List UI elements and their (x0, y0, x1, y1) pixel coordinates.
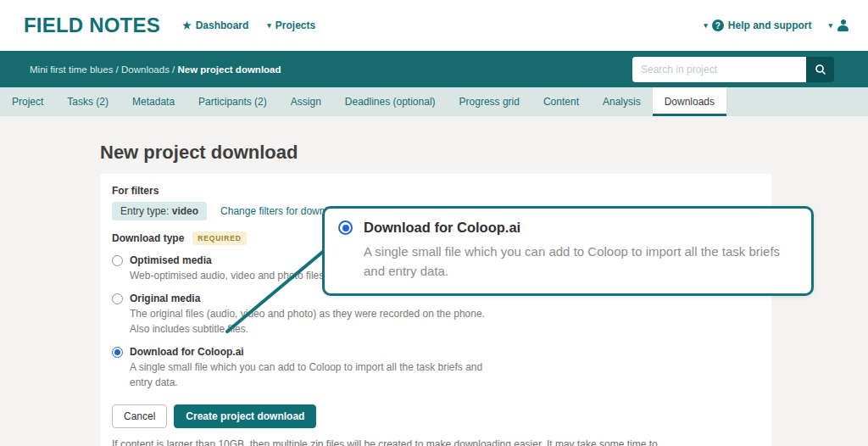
breadcrumb[interactable]: Mini first time blues / Downloads / New … (30, 64, 281, 75)
help-icon: ? (712, 20, 724, 31)
app-logo[interactable]: FIELD NOTES (24, 14, 160, 37)
tab-analysis[interactable]: Analysis (591, 87, 653, 116)
nav-projects[interactable]: ▾ Projects (267, 20, 315, 31)
app-header: FIELD NOTES ★ Dashboard ▾ Projects ▾ ? H… (0, 0, 868, 51)
nav-dashboard-label: Dashboard (196, 20, 249, 31)
nav-help-and-support[interactable]: ▾ ? Help and support (704, 20, 811, 31)
callout-selected-radio[interactable] (338, 220, 353, 235)
tab-assign[interactable]: Assign (279, 87, 333, 116)
create-project-download-button[interactable]: Create project download (174, 404, 316, 428)
tab-metadata[interactable]: Metadata (120, 87, 186, 116)
zoom-callout: Download for Coloop.ai A single small fi… (322, 206, 814, 296)
tab-downloads[interactable]: Downloads (653, 87, 726, 116)
download-footnote: If content is larger than 10GB, then mul… (112, 437, 684, 446)
search-button[interactable] (806, 57, 834, 82)
download-type-label: Download type (112, 232, 184, 244)
search-icon (815, 64, 826, 75)
tab-content[interactable]: Content (531, 87, 591, 116)
required-badge: REQUIRED (192, 231, 246, 245)
tab-deadlines[interactable]: Deadlines (optional) (333, 87, 448, 116)
filter-chip-value: video (172, 205, 198, 217)
callout-header: Download for Coloop.ai (325, 209, 811, 236)
entry-type-filter-chip: Entry type: video (112, 202, 207, 220)
tab-progress-grid[interactable]: Progress grid (448, 87, 531, 116)
main-nav: ★ Dashboard ▾ Projects (182, 20, 315, 31)
search-input[interactable] (632, 57, 806, 82)
download-for-coloop-radio[interactable] (112, 347, 123, 358)
cancel-button[interactable]: Cancel (112, 404, 167, 428)
nav-projects-label: Projects (275, 20, 315, 31)
chevron-down-icon: ▾ (267, 22, 271, 30)
option-description: A single small file which you can add to… (130, 360, 504, 390)
callout-label: Download for Coloop.ai (364, 220, 520, 236)
breadcrumb-prefix[interactable]: Mini first time blues / Downloads / (30, 64, 177, 75)
help-label: Help and support (728, 20, 812, 31)
star-icon: ★ (182, 20, 192, 31)
radio-option-download-for-coloop: Download for Coloop.ai A single small fi… (112, 346, 758, 390)
page-title: New project download (100, 142, 868, 164)
option-description: The original files (audio, video and pho… (130, 307, 504, 337)
breadcrumb-bar: Mini first time blues / Downloads / New … (0, 51, 868, 87)
header-right: ▾ ? Help and support ▾ (704, 20, 849, 31)
tab-project[interactable]: Project (0, 87, 55, 116)
callout-description: A single small file which you can add to… (364, 242, 794, 282)
user-icon (837, 20, 849, 31)
project-search (632, 57, 834, 82)
tab-bar: Project Tasks (2) Metadata Participants … (0, 87, 868, 116)
for-filters-label: For filters (112, 185, 758, 197)
optimised-media-radio[interactable] (112, 255, 123, 266)
tab-participants[interactable]: Participants (2) (186, 87, 279, 116)
chevron-down-icon: ▾ (828, 22, 832, 30)
breadcrumb-current: New project download (177, 64, 281, 75)
filter-chip-prefix: Entry type: (120, 205, 172, 217)
tab-tasks[interactable]: Tasks (2) (55, 87, 120, 116)
nav-dashboard[interactable]: ★ Dashboard (182, 20, 248, 31)
chevron-down-icon: ▾ (704, 22, 708, 30)
option-text: Original media The original files (audio… (130, 293, 504, 337)
original-media-radio[interactable] (112, 293, 123, 304)
option-text: Download for Coloop.ai A single small fi… (130, 346, 504, 390)
option-label[interactable]: Download for Coloop.ai (130, 346, 504, 358)
nav-account-menu[interactable]: ▾ (828, 20, 849, 31)
radio-option-original-media: Original media The original files (audio… (112, 293, 758, 337)
form-actions: Cancel Create project download (112, 404, 758, 428)
